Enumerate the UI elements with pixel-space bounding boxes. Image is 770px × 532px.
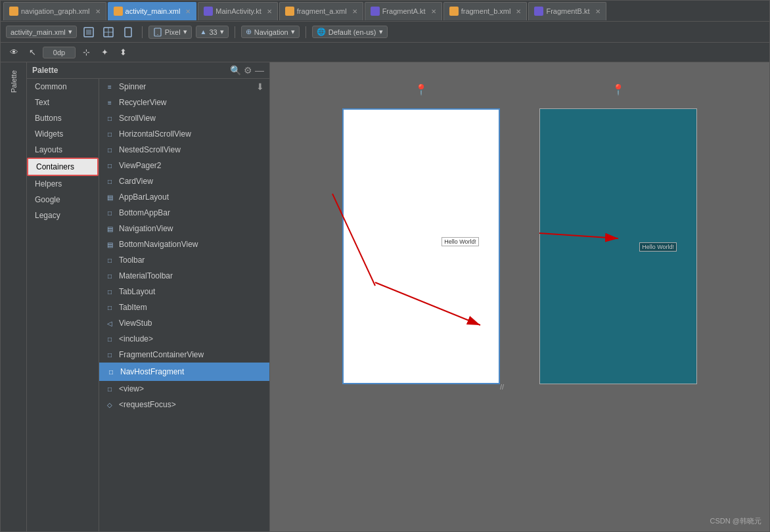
locale-chevron-icon: ▾ xyxy=(379,28,383,36)
item-hscrollview[interactable]: □ HorizontalScrollView xyxy=(99,126,269,142)
item-include[interactable]: □ <include> xyxy=(99,331,269,347)
tab-icon-xml xyxy=(9,7,18,16)
item-cardview[interactable]: □ CardView xyxy=(99,173,269,189)
file-dropdown[interactable]: activity_main.xml ▾ xyxy=(6,26,77,38)
navigationview-icon: ▤ xyxy=(104,223,115,234)
canvas-inner: 📍 Hello World! // 📍 Hello World! xyxy=(270,62,769,397)
cardview-icon: □ xyxy=(104,176,115,187)
tab-fragment-a-kt[interactable]: FragmentA.kt ✕ xyxy=(365,2,442,20)
blueprint-view-btn[interactable] xyxy=(101,24,116,40)
tab-icon-xml3 xyxy=(449,7,459,16)
item-materialtoolbar-label: MaterialToolbar xyxy=(119,271,173,280)
tab-fragment-a-xml[interactable]: fragment_a.xml ✕ xyxy=(279,2,363,20)
toolbar-sep1 xyxy=(142,26,143,38)
recyclerview-icon: ≡ xyxy=(104,97,115,108)
cat-helpers[interactable]: Helpers xyxy=(27,176,99,192)
cat-legacy[interactable]: Legacy xyxy=(27,208,99,223)
cat-text[interactable]: Text xyxy=(27,95,99,110)
main-area: Palette Palette 🔍 ⚙ — Common Text Button… xyxy=(1,62,769,531)
item-view-label: <view> xyxy=(119,384,144,393)
tabs-bar: navigation_graph.xml ✕ activity_main.xml… xyxy=(1,1,769,22)
item-appbarlayout[interactable]: ▤ AppBarLayout xyxy=(99,189,269,205)
orientation-btn[interactable] xyxy=(120,24,136,40)
item-recyclerview[interactable]: ≡ RecyclerView xyxy=(99,95,269,110)
palette-tab-label[interactable]: Palette xyxy=(10,65,18,98)
item-toolbar-label: Toolbar xyxy=(119,255,145,265)
settings-icon[interactable]: ⚙ xyxy=(244,65,252,76)
tab-icon-kt3 xyxy=(534,7,543,16)
fragmentcontainerview-icon: □ xyxy=(104,349,115,360)
cat-common[interactable]: Common xyxy=(27,79,99,95)
cat-google[interactable]: Google xyxy=(27,192,99,208)
tab-close-fbx[interactable]: ✕ xyxy=(516,8,521,15)
tab-close[interactable]: ✕ xyxy=(95,8,101,15)
item-cardview-label: CardView xyxy=(119,177,153,186)
item-view[interactable]: □ <view> xyxy=(99,381,269,397)
tab-close-fax[interactable]: ✕ xyxy=(352,8,357,15)
tab-activity-main[interactable]: activity_main.xml ✕ xyxy=(108,2,197,20)
spinner-icon: ≡ xyxy=(104,81,115,92)
tab-close-active[interactable]: ✕ xyxy=(185,8,191,15)
canvas-area[interactable]: 📍 Hello World! // 📍 Hello World! xyxy=(270,62,769,531)
item-viewstub[interactable]: ◁ ViewStub xyxy=(99,315,269,331)
tab-fragment-b-xml[interactable]: fragment_b.xml ✕ xyxy=(443,2,528,20)
api-dropdown[interactable]: ▲ 33 ▾ xyxy=(196,26,229,38)
watermark: CSDN @韩晓元 xyxy=(710,516,761,526)
tab-navigation-graph[interactable]: navigation_graph.xml ✕ xyxy=(3,2,106,20)
item-fragmentcontainerview[interactable]: □ FragmentContainerView xyxy=(99,347,269,363)
tab-label-fbx: fragment_b.xml xyxy=(461,7,511,15)
item-tabitem-label: TabItem xyxy=(119,303,147,312)
cat-buttons[interactable]: Buttons xyxy=(27,110,99,126)
item-toolbar[interactable]: □ Toolbar xyxy=(99,252,269,268)
item-bottomappbar[interactable]: □ BottomAppBar xyxy=(99,205,269,221)
item-navhostfragment[interactable]: □ NavHostFragment xyxy=(99,363,269,381)
nav-dropdown[interactable]: ⊕ Navigation ▾ xyxy=(241,26,300,38)
item-bottomnavigationview[interactable]: ▤ BottomNavigationView xyxy=(99,236,269,252)
tab-fragment-b-kt[interactable]: FragmentB.kt ✕ xyxy=(528,2,606,20)
align-btn[interactable]: ⬍ xyxy=(115,45,131,60)
include-icon: □ xyxy=(104,334,115,344)
item-viewpager2-label: ViewPager2 xyxy=(119,161,162,170)
device-dropdown[interactable]: Pixel ▾ xyxy=(148,26,192,39)
tablayout-icon: □ xyxy=(104,286,115,297)
item-nestedscrollview[interactable]: □ NestedScrollView xyxy=(99,142,269,158)
cat-widgets[interactable]: Widgets xyxy=(27,126,99,142)
nav-chevron-icon: ▾ xyxy=(291,28,295,36)
tab-mainactivity[interactable]: MainActivity.kt ✕ xyxy=(198,2,277,20)
constraints-btn[interactable]: ⊹ xyxy=(78,45,94,60)
download-icon[interactable]: ⬇ xyxy=(256,81,264,92)
palette-sidebar[interactable]: Palette xyxy=(1,62,27,531)
minimize-icon[interactable]: — xyxy=(255,65,264,76)
eye-btn[interactable]: 👁 xyxy=(6,45,22,60)
item-viewpager2[interactable]: □ ViewPager2 xyxy=(99,158,269,173)
tab-close-fakt[interactable]: ✕ xyxy=(431,8,436,15)
item-navhostfragment-label: NavHostFragment xyxy=(120,367,184,376)
search-icon[interactable]: 🔍 xyxy=(230,65,241,76)
design-view-btn[interactable] xyxy=(81,24,97,40)
item-nestedscrollview-label: NestedScrollView xyxy=(119,145,181,154)
item-tabitem[interactable]: □ TabItem xyxy=(99,299,269,315)
main-container: navigation_graph.xml ✕ activity_main.xml… xyxy=(0,0,770,532)
tab-label-fbkt: FragmentB.kt xyxy=(546,7,589,15)
item-requestfocus[interactable]: ◇ <requestFocus> xyxy=(99,397,269,412)
cat-layouts[interactable]: Layouts xyxy=(27,142,99,158)
cat-containers[interactable]: Containers xyxy=(27,158,99,176)
tab-close-fbkt[interactable]: ✕ xyxy=(595,8,600,15)
margin-input[interactable] xyxy=(43,47,76,58)
item-materialtoolbar[interactable]: □ MaterialToolbar xyxy=(99,268,269,284)
item-scrollview[interactable]: □ ScrollView xyxy=(99,110,269,126)
api-label: 33 xyxy=(210,28,217,36)
locale-dropdown[interactable]: 🌐 Default (en-us) ▾ xyxy=(312,26,388,38)
device-chevron-icon: ▾ xyxy=(183,28,187,36)
palette-panel: Palette 🔍 ⚙ — Common Text Buttons Widget… xyxy=(27,62,270,531)
tab-close-kt[interactable]: ✕ xyxy=(267,8,272,15)
resize-handle-left: // xyxy=(500,383,504,391)
magic-btn[interactable]: ✦ xyxy=(97,45,112,60)
phone-frame-container: 📍 Hello World! // xyxy=(342,95,500,384)
cursor-btn[interactable]: ↖ xyxy=(24,45,40,60)
item-bottomnavigationview-label: BottomNavigationView xyxy=(119,240,198,249)
item-spinner[interactable]: ≡ Spinner ⬇ xyxy=(99,79,269,95)
item-tablayout[interactable]: □ TabLayout xyxy=(99,284,269,299)
item-navigationview[interactable]: ▤ NavigationView xyxy=(99,221,269,236)
device-label: Pixel xyxy=(165,28,181,36)
